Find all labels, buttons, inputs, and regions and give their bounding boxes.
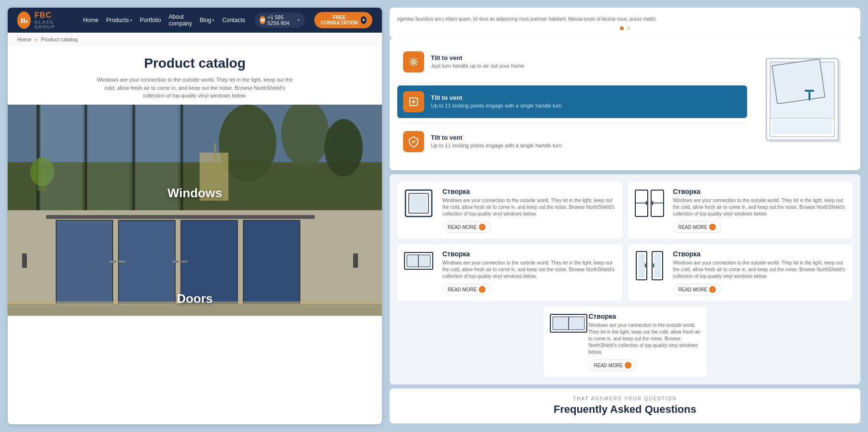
product-name-5: Створка — [589, 312, 701, 320]
product-item-2: Створка Windows are your connection to t… — [628, 182, 853, 239]
nav-about[interactable]: About company — [169, 13, 192, 27]
doors-category[interactable]: Doors — [8, 210, 382, 316]
read-more-arrow-3: › — [479, 286, 486, 293]
blog-arrow: ▾ — [212, 18, 214, 23]
product-grid: Створка Windows are your connection to t… — [397, 182, 853, 377]
read-more-btn-1[interactable]: READ MORE › — [442, 221, 491, 233]
top-partial-section: egestas faucibus arcu etiam quam. Id ris… — [390, 8, 860, 38]
page-title: Product catalog — [17, 56, 372, 71]
navbar: FBC GLASS GROUP Home Products ▾ Portfoli… — [8, 8, 382, 33]
features-col: Tilt to vent Just turn handle up to air … — [397, 46, 747, 163]
hero-description: Windows are your connection to the outsi… — [94, 76, 296, 100]
windows-label: Windows — [167, 186, 222, 201]
svg-rect-3 — [26, 20, 27, 23]
feature-2-content: Tilt to vent Up to 11 locking points eng… — [431, 94, 562, 109]
faq-subtitle: THAT ANSWERS YOUR QUESTION — [397, 396, 853, 401]
phone-number: +1 585 5256 804 — [267, 14, 295, 26]
divider-2 — [397, 123, 747, 123]
windows-category[interactable]: Windows — [8, 105, 382, 210]
feature-1-content: Tilt to vent Just turn handle up to air … — [431, 54, 524, 70]
feature-1-title: Tilt to vent — [431, 54, 524, 61]
feature-card-3[interactable]: Tilt to vent Up to 11 locking points eng… — [397, 125, 747, 158]
nav-home[interactable]: Home — [83, 17, 98, 24]
product-info-1: Створка Windows are your connection to t… — [442, 188, 617, 233]
window-preview-col — [757, 46, 853, 163]
nav-portfolio[interactable]: Portfolio — [140, 17, 161, 24]
product-desc-1: Windows are your connection to the outsi… — [442, 197, 617, 217]
product-icon-3 — [403, 250, 437, 274]
product-icon-4 — [634, 250, 667, 283]
read-more-btn-4[interactable]: READ MORE › — [673, 284, 722, 295]
consultation-button[interactable]: FREE CONSULTATION ✦ — [314, 12, 372, 28]
read-more-btn-5[interactable]: READ MORE › — [589, 360, 637, 371]
products-arrow: ▾ — [130, 18, 132, 23]
top-partial-text: egestas faucibus arcu etiam quam. Id ris… — [397, 15, 853, 23]
svg-rect-19 — [39, 105, 82, 210]
svg-rect-60 — [410, 195, 427, 212]
product-desc-3: Windows are your connection to the outsi… — [442, 260, 617, 280]
doors-label: Doors — [177, 291, 213, 306]
nav-contacts[interactable]: Contacts — [222, 17, 245, 24]
logo-icon — [17, 12, 31, 29]
product-info-4: Створка Windows are your connection to t… — [673, 250, 847, 295]
product-desc-2: Windows are your connection to the outsi… — [673, 197, 847, 217]
product-name-3: Створка — [442, 250, 617, 258]
product-info-3: Створка Windows are your connection to t… — [442, 250, 617, 295]
feature-2-title: Tilt to vent — [431, 94, 562, 101]
svg-rect-72 — [638, 253, 645, 278]
read-more-btn-2[interactable]: READ MORE › — [673, 221, 722, 233]
product-item-3: Створка Windows are your connection to t… — [397, 244, 622, 301]
feature-card-1[interactable]: Tilt to vent Just turn handle up to air … — [397, 46, 747, 78]
nav-products[interactable]: Products ▾ — [106, 17, 132, 24]
svg-rect-20 — [87, 105, 130, 210]
product-info-2: Створка Windows are your connection to t… — [673, 188, 847, 233]
feature-icon-1 — [403, 51, 424, 72]
feature-2-desc: Up to 11 locking points engage with a si… — [431, 102, 562, 109]
svg-rect-55 — [809, 92, 810, 100]
breadcrumb-current: Product catalog — [41, 36, 78, 42]
dot-inactive — [627, 26, 630, 30]
read-more-arrow-4: › — [709, 286, 716, 293]
product-grid-section: Створка Windows are your connection to t… — [390, 174, 860, 384]
logo[interactable]: FBC GLASS GROUP — [17, 11, 64, 29]
read-more-arrow-1: › — [479, 224, 486, 230]
svg-rect-73 — [654, 253, 661, 278]
logo-text: FBC — [35, 11, 52, 19]
breadcrumb-home[interactable]: Home — [17, 36, 31, 42]
breadcrumb: Home » Product catalog — [8, 33, 382, 46]
product-item-5: Створка Windows are your connection to t… — [544, 307, 707, 377]
breadcrumb-separator: » — [35, 36, 37, 42]
svg-rect-2 — [24, 18, 25, 23]
dot-active — [620, 26, 624, 30]
nav-blog[interactable]: Blog ▾ — [200, 17, 214, 24]
phone-arrow: ▾ — [297, 18, 300, 23]
product-desc-5: Windows are your connection to the outsi… — [589, 322, 701, 356]
read-more-arrow-2: › — [709, 224, 716, 230]
product-icon-5 — [549, 312, 583, 336]
faq-title: Frequently Asked Questions — [397, 403, 853, 416]
product-icon-1 — [403, 188, 437, 221]
logo-sub: GLASS GROUP — [35, 20, 64, 29]
hero-section: Product catalog Windows are your connect… — [8, 46, 382, 105]
svg-rect-1 — [21, 18, 23, 23]
product-name-2: Створка — [673, 188, 847, 195]
nav-phone[interactable]: ☎ +1 585 5256 804 ▾ — [255, 12, 305, 28]
read-more-btn-3[interactable]: READ MORE › — [442, 284, 491, 295]
product-name-4: Створка — [673, 250, 847, 258]
window-preview-svg — [761, 56, 848, 152]
product-item-1: Створка Windows are your connection to t… — [397, 182, 622, 239]
divider-1 — [397, 83, 747, 84]
consultation-icon: ✦ — [361, 16, 367, 24]
svg-rect-57 — [772, 120, 832, 134]
feature-icon-3 — [403, 131, 424, 152]
svg-point-45 — [412, 60, 415, 63]
svg-rect-18 — [214, 143, 216, 162]
product-info-5: Створка Windows are your connection to t… — [589, 312, 701, 371]
feature-3-title: Tilt to vent — [431, 134, 562, 141]
phone-icon: ☎ — [260, 16, 266, 24]
svg-rect-54 — [805, 90, 814, 92]
feature-1-desc: Just turn handle up to air out your home — [431, 62, 524, 70]
faq-section: THAT ANSWERS YOUR QUESTION Frequently As… — [390, 388, 860, 423]
product-name-1: Створка — [442, 188, 617, 195]
feature-card-2[interactable]: Tilt to vent Up to 11 locking points eng… — [397, 85, 747, 118]
